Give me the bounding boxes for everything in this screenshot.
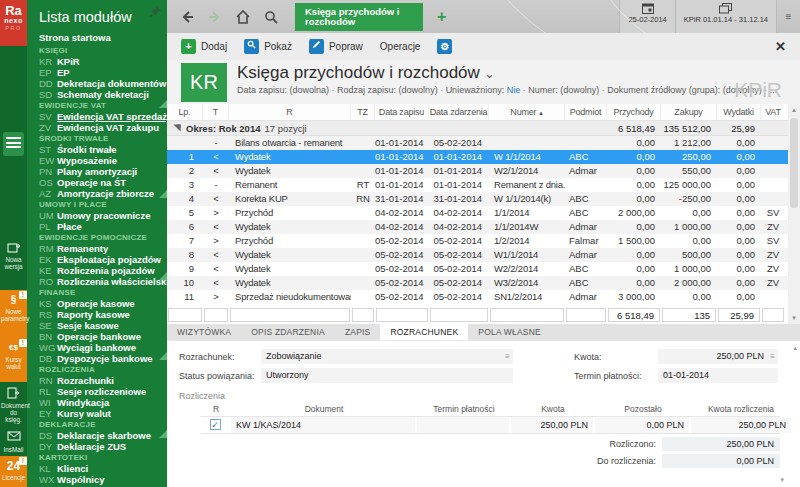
- sidebar-item-ep[interactable]: EPEP: [39, 67, 167, 78]
- table-row[interactable]: 6<Wydatek04-02-201404-02-20141/1/2014WAd…: [167, 220, 788, 234]
- sidebar-item-ro[interactable]: RORozliczenia właścicielskie: [39, 276, 167, 287]
- sidebar-item-strona-startowa[interactable]: Strona startowa: [39, 32, 167, 44]
- col-przychody[interactable]: Przychody: [607, 104, 661, 120]
- table-row[interactable]: 2<Wydatek01-01-201401-01-2014W2/1/2014Ad…: [167, 164, 788, 178]
- rail-item-dokument-do-ksieg[interactable]: Dokument do księg.: [0, 384, 27, 428]
- link-icon[interactable]: ≡: [770, 349, 775, 364]
- page-title[interactable]: Księga przychodów i rozchodów ⌄: [237, 63, 777, 83]
- filter-rodzajzapisu[interactable]: Rodzaj zapisu: (dowolny): [337, 85, 438, 95]
- col-wydatki[interactable]: Wydatki: [717, 104, 761, 120]
- sidebar-item-ew[interactable]: EWWyposażenie: [39, 155, 167, 166]
- sidebar-item-bn[interactable]: BNOperacje bankowe: [39, 331, 167, 342]
- kwota-field[interactable]: 250,00 PLN≡: [658, 349, 778, 364]
- rail-item-kursy-walut[interactable]: ! €$ Kursy walut: [0, 338, 27, 382]
- new-tab-button[interactable]: +: [437, 8, 446, 26]
- business-date-selector[interactable]: 25-02-2014: [619, 0, 674, 33]
- sidebar-item-wi[interactable]: WIWindykacja: [39, 397, 167, 408]
- scrollbar-thumb[interactable]: [790, 118, 798, 208]
- back-icon[interactable]: [179, 9, 195, 25]
- show-button[interactable]: Pokaż: [244, 39, 292, 54]
- sidebar-item-dd[interactable]: DDDekretacja dokumentów: [39, 78, 167, 89]
- sidebar-item-ek[interactable]: EKEksploatacja pojazdów: [39, 254, 167, 265]
- sidebar-item-pn[interactable]: PNPlany amortyzacji: [39, 166, 167, 177]
- rail-item-nowe-parametry[interactable]: ! § Nowe parametry: [0, 290, 27, 338]
- sidebar-item-ds[interactable]: DSDeklaracje skarbowe: [39, 430, 167, 441]
- forward-icon[interactable]: [207, 9, 223, 25]
- add-button[interactable]: + Dodaj: [181, 39, 227, 54]
- tab-rozrachunek[interactable]: ROZRACHUNEK: [380, 324, 468, 340]
- sidebar-item-rl[interactable]: RLSesje rozliczeniowe: [39, 386, 167, 397]
- col-tz[interactable]: TZ: [351, 104, 375, 120]
- sidebar-item-kl[interactable]: KLKlienci: [39, 463, 167, 474]
- rail-item-licencje[interactable]: ! 24 Licencje: [0, 456, 27, 487]
- period-selector[interactable]: KPiR 01.01.14 - 31.12.14: [675, 0, 776, 33]
- tab-pola-w-asne[interactable]: POLA WŁASNE: [468, 324, 551, 340]
- edit-button[interactable]: Popraw: [309, 39, 363, 54]
- rozliczenie-row[interactable]: ✓ KW 1/KAS/2014 250,00 PLN 0,00 PLN 250,…: [201, 416, 780, 434]
- table-row[interactable]: 11>Sprzedaż nieudokumentowana05-02-20140…: [167, 290, 788, 304]
- sidebar-item-se[interactable]: SESesje kasowe: [39, 320, 167, 331]
- col-t[interactable]: T: [203, 104, 229, 120]
- settings-button[interactable]: ⚙: [437, 39, 457, 54]
- table-row[interactable]: 4<Korekta KUPRN31-01-201431-01-2014W 1/1…: [167, 192, 788, 206]
- table-scrollbar[interactable]: ▴ ▾: [788, 104, 800, 324]
- termin-field[interactable]: 01-01-2014: [658, 368, 778, 383]
- sidebar-item-rm[interactable]: RMRemanenty: [39, 243, 167, 254]
- scroll-up-icon[interactable]: ▴: [788, 106, 800, 114]
- sidebar-item-wx[interactable]: WXWspólnicy: [39, 474, 167, 485]
- rozrachunek-field[interactable]: Zobowiązanie≡: [261, 349, 513, 364]
- col-data-zdarzenia[interactable]: Data zdarzenia: [429, 104, 489, 120]
- table-row[interactable]: 9<Wydatek05-02-201405-02-2014W2/2/2014AB…: [167, 262, 788, 276]
- checkbox-checked[interactable]: ✓: [210, 419, 221, 430]
- tab-zapis[interactable]: ZAPIS: [335, 324, 381, 340]
- group-row[interactable]: Okres: Rok 2014 17 pozycji 6 518,49 135 …: [167, 121, 788, 136]
- close-module-button[interactable]: ✕: [775, 39, 786, 54]
- sidebar-item-st[interactable]: STŚrodki trwałe: [39, 144, 167, 155]
- filter-uniewaniony[interactable]: Unieważniony: Nie: [446, 85, 521, 95]
- col-data-zapisu[interactable]: Data zapisu: [375, 104, 429, 120]
- link-icon[interactable]: ≡: [505, 349, 510, 364]
- table-row[interactable]: 1<Wydatek01-01-201401-01-2014W 1/1/2014A…: [167, 150, 788, 164]
- sidebar-item-ey[interactable]: EYKursy walut: [39, 408, 167, 419]
- table-row[interactable]: 8<Wydatek05-02-201405-02-2014W1/1/2014Ad…: [167, 248, 788, 262]
- tab-wizyt-wka[interactable]: WIZYTÓWKA: [167, 324, 241, 340]
- sidebar-item-sv[interactable]: SVEwidencja VAT sprzedaży: [39, 111, 167, 122]
- table-row[interactable]: -Bilans otwarcia - remanent01-01-201405-…: [167, 136, 788, 150]
- sidebar-item-kr[interactable]: KRKPiR: [39, 56, 167, 67]
- rail-item-nowa-wersja[interactable]: Nowa wersja: [0, 238, 27, 286]
- resize-gripper-icon[interactable]: ▾: [780, 476, 784, 484]
- sidebar-item-az[interactable]: AZAmortyzacje zbiorcze: [39, 188, 167, 199]
- filter-datazapisu[interactable]: Data zapisu: (dowolna): [237, 85, 329, 95]
- status-field[interactable]: Utworzony: [261, 368, 513, 383]
- operations-button[interactable]: Operacje: [380, 41, 421, 52]
- sidebar-item-ke[interactable]: KERozliczenia pojazdów: [39, 265, 167, 276]
- window-menu-icon[interactable]: ≡: [776, 0, 800, 33]
- sidebar-item-um[interactable]: UMUmowy pracownicze: [39, 210, 167, 221]
- pin-icon[interactable]: [149, 5, 162, 18]
- sidebar-item-rs[interactable]: RSRaporty kasowe: [39, 309, 167, 320]
- sidebar-item-zv[interactable]: ZVEwidencja VAT zakupu: [39, 122, 167, 133]
- sidebar-item-ks[interactable]: KSOperacje kasowe: [39, 298, 167, 309]
- col-vat[interactable]: VAT: [761, 104, 785, 120]
- table-row[interactable]: 7>Przychód05-02-201405-02-20141/2/2014Fa…: [167, 234, 788, 248]
- table-row[interactable]: 3-RemanentRT01-01-201401-01-2014Remanent…: [167, 178, 788, 192]
- tab-opis-zdarzenia[interactable]: OPIS ZDARZENIA: [241, 324, 335, 340]
- rail-item-insmail[interactable]: InsMail: [0, 428, 27, 456]
- tab-ksiega-przychodow[interactable]: Księga przychodów i rozchodów: [295, 3, 423, 31]
- sidebar-item-sd[interactable]: SDSchematy dekretacji: [39, 89, 167, 100]
- detail-scroll-up-icon[interactable]: ▴: [793, 344, 797, 352]
- scroll-down-icon[interactable]: ▾: [788, 314, 800, 322]
- sidebar-item-os[interactable]: OSOperacje na ŚT: [39, 177, 167, 188]
- col-numer[interactable]: Numer▴: [489, 104, 565, 120]
- search-icon[interactable]: [263, 9, 279, 25]
- group-collapse-icon[interactable]: [173, 124, 180, 131]
- sidebar-item-wg[interactable]: WGWyciągi bankowe: [39, 342, 167, 353]
- hamburger-icon[interactable]: [3, 132, 24, 156]
- table-row[interactable]: 10<Wydatek05-02-201405-02-2014W3/2/2014A…: [167, 276, 788, 290]
- table-row[interactable]: 5>Przychód04-02-201404-02-20141/1/2014AB…: [167, 206, 788, 220]
- filter-numer[interactable]: Numer: (dowolny): [528, 85, 599, 95]
- col-lp[interactable]: Lp.: [167, 104, 203, 120]
- col-podmiot[interactable]: Podmiot: [565, 104, 607, 120]
- sidebar-item-pl[interactable]: PLPłace: [39, 221, 167, 232]
- sidebar-item-rn[interactable]: RNRozrachunki: [39, 375, 167, 386]
